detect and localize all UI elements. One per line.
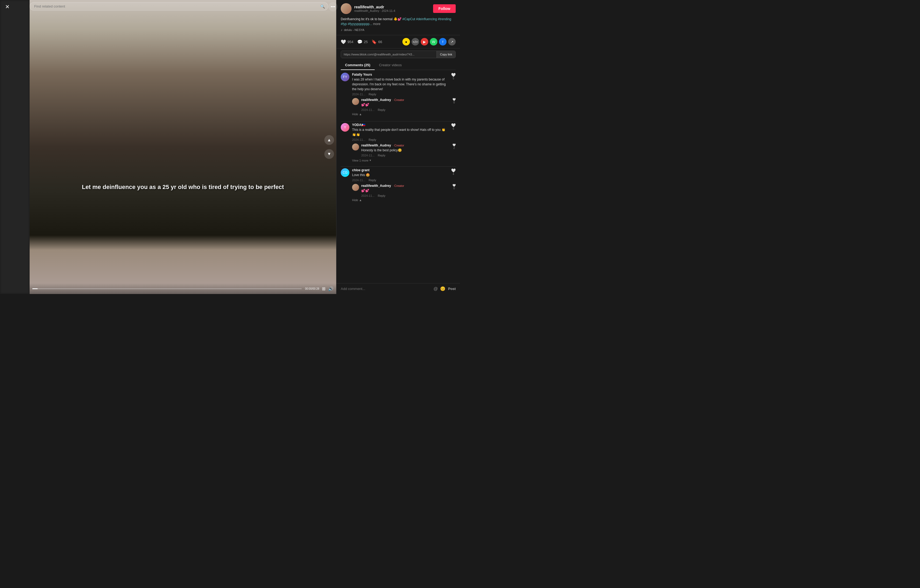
comment-date-1: 2024-11... [352,92,366,96]
tab-creator-videos[interactable]: Creator videos [375,60,406,70]
comment-reply-2[interactable]: Reply [369,138,376,141]
creator-reply-body-2: reallifewith_Audrey · Creator Honesty is… [361,144,450,157]
comment-avatar-3: CG [341,168,349,177]
left-background [0,0,29,294]
creator-reply-body-1: reallifewith_Audrey · Creator 💕💕 2024-11… [361,98,450,112]
comment-reply-1[interactable]: Reply [369,92,376,96]
creator-reply-3: reallifewith_Audrey · Creator 💕💕 2024-11… [352,184,456,198]
at-icon[interactable]: @ [434,287,438,291]
close-button[interactable]: ✕ [3,3,11,11]
creator-reply-date-3: 2024-11... [361,194,375,198]
creator-reply-meta-3: 2024-11... Reply [361,194,450,198]
reply-like-count-3: 0 [453,187,455,190]
share-forward-icon[interactable]: ↗ [448,38,456,45]
comment-row-2: Y YODA🇵🇭 This is a reality that people d… [341,123,456,141]
copy-video-icon[interactable]: ⊞ [322,286,326,291]
comment-row-3: CG chloe grant Love this 🤩 2024-11... Re… [341,168,456,182]
link-bar: https://www.tiktok.com/@reallifewith_aud… [341,50,456,58]
creator-reply-btn-3[interactable]: Reply [378,194,385,198]
emoji-icon[interactable]: 😊 [440,286,445,291]
save-count: 66 [378,40,382,44]
like-count: 954 [348,40,353,44]
comment-body-2: YODA🇵🇭 This is a reality that people don… [352,123,449,141]
heart-icon-3: 🤍 [451,168,456,173]
share-red-icon[interactable]: ▶ [421,38,428,45]
comment-block-3: CG chloe grant Love this 🤩 2024-11... Re… [341,168,456,203]
actions-row: 🤍 954 💬 25 🔖 66 ● </> ▶ W f ↗ [337,35,460,49]
right-panel: reallifewith_audr reallifewith_Audrey · … [336,0,460,294]
creator-badge-name-1: reallifewith_Audrey [361,98,391,102]
comment-row-1: FY Fatally Yours I was 28 when I had to … [341,73,456,96]
creator-reply-avatar-3 [352,184,359,191]
creator-label-2: · Creator [393,144,404,147]
progress-bar[interactable] [32,288,302,289]
copy-link-button[interactable]: Copy link [437,51,455,58]
reply-like-3[interactable]: 🤍 0 [452,184,456,190]
description-text: Deinfluencing bc it's ok to be normal 🐥💕 [341,17,402,21]
sound-icon[interactable]: 🔊 [328,286,334,291]
top-bar: ✕ 🔍 ••• [0,0,460,13]
search-bar-wrap: 🔍 [29,2,328,10]
comment-reply-3[interactable]: Reply [369,178,376,182]
share-code-icon[interactable]: </> [411,38,419,45]
video-person-layer [29,0,336,294]
comment-action[interactable]: 💬 25 [357,39,368,44]
creator-reply-meta-1: 2024-11... Reply [361,108,450,112]
video-content: Let me deinfluence you as a 25 yr old wh… [29,0,336,294]
comment-like-2[interactable]: 🤍 6 [451,123,456,130]
search-input[interactable] [29,2,328,10]
hide-button-3[interactable]: Hide ▲ [352,198,456,203]
like-action[interactable]: 🤍 954 [341,39,353,44]
creator-reply-btn-2[interactable]: Reply [378,154,385,157]
comment-text-2: This is a reality that people don't want… [352,127,449,137]
prev-video-button[interactable]: ▲ [324,135,334,145]
comment-like-1[interactable]: 🤍 5 [451,73,456,80]
like-count-2: 6 [453,127,454,130]
nav-arrows: ▲ ▼ [324,135,334,159]
comment-date-3: 2024-11... [352,178,366,182]
like-count-1: 5 [453,77,454,80]
heart-icon: 🤍 [341,39,346,44]
save-action[interactable]: 🔖 66 [371,39,382,44]
reply-like-2[interactable]: 🤍 2 [452,144,456,149]
next-video-button[interactable]: ▼ [324,149,334,159]
comment-text-1: I was 28 when I had to move back in with… [352,77,449,92]
view-more-button-2[interactable]: View 1 more ▾ [352,159,456,162]
comment-count: 25 [364,40,368,44]
link-url: https://www.tiktok.com/@reallifewith_aud… [341,51,437,58]
creator-reply-text-3: 💕💕 [361,188,450,193]
music-text: delulu - NESYA [344,28,364,31]
hide-button-1[interactable]: Hide ▲ [352,112,456,117]
reply-heart-icon-3: 🤍 [452,184,456,187]
reply-heart-icon-1: 🤍 [452,98,456,101]
video-overlay-text: Let me deinfluence you as a 25 yr old wh… [60,183,306,191]
share-gold-icon[interactable]: ● [402,38,410,45]
reply-like-count-1: 0 [453,101,455,104]
time-display: 00:00/00:28 [305,287,319,290]
divider-2 [341,166,456,167]
creator-reply-text-1: 💕💕 [361,102,450,107]
share-facebook-icon[interactable]: f [439,38,447,45]
tab-comments[interactable]: Comments (25) [341,60,375,70]
creator-name-badge-1: reallifewith_Audrey · Creator [361,98,450,102]
more-options-button[interactable]: ••• [328,2,337,11]
comment-input[interactable] [341,287,431,291]
reply-like-1[interactable]: 🤍 0 [452,98,456,104]
search-icon[interactable]: 🔍 [320,4,325,9]
comment-like-3[interactable]: 🤍 4 [451,168,456,175]
more-link[interactable]: more [373,22,380,26]
post-button[interactable]: Post [448,287,456,291]
creator-reply-avatar-2 [352,144,359,151]
creator-reply-btn-1[interactable]: Reply [378,108,385,112]
comment-meta-3: 2024-11... Reply [352,178,449,182]
creator-badge-name-2: reallifewith_Audrey [361,144,391,147]
creator-label-3: · Creator [393,184,404,187]
progress-fill [32,288,38,289]
video-description: Deinfluencing bc it's ok to be normal 🐥💕… [341,17,456,26]
creator-name-badge-3: reallifewith_Audrey · Creator [361,184,450,188]
share-whatsapp-icon[interactable]: W [430,38,437,45]
comment-date-2: 2024-11... [352,138,366,141]
creator-name-badge-2: reallifewith_Audrey · Creator [361,144,450,147]
heart-icon-2: 🤍 [451,123,456,127]
reply-heart-icon-2: 🤍 [452,144,456,146]
